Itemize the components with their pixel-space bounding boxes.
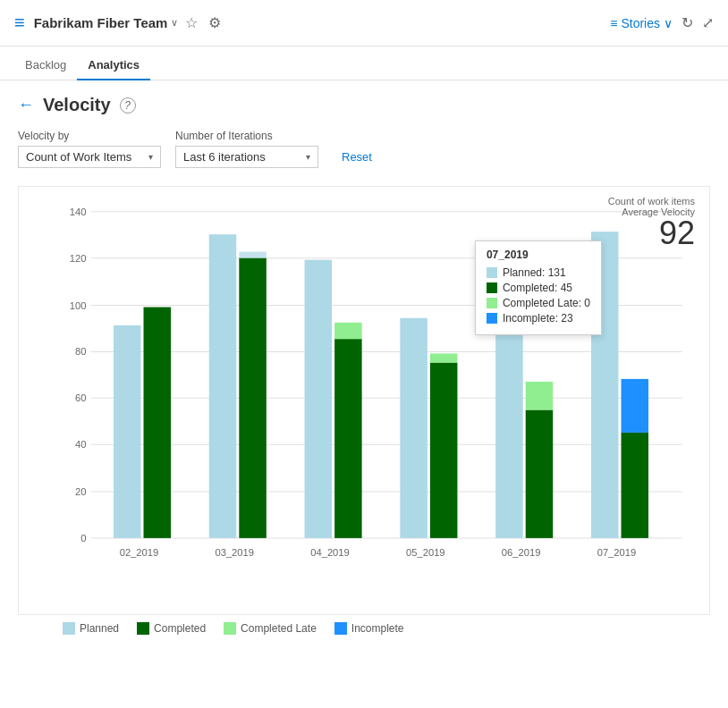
bar-02-completed[interactable]	[144, 308, 172, 538]
legend-completed-late: Completed Late	[224, 622, 317, 635]
tooltip-incomplete-color	[487, 313, 497, 324]
legend-planned-label: Planned	[80, 622, 119, 635]
svg-text:60: 60	[75, 392, 86, 403]
reset-button[interactable]: Reset	[333, 146, 381, 168]
bar-04-completed-late[interactable]	[334, 323, 362, 339]
tooltip-planned-label: Planned: 131	[503, 266, 566, 279]
bar-04-planned[interactable]	[305, 260, 333, 538]
bar-06-planned[interactable]	[495, 325, 523, 538]
stories-button[interactable]: ≡ Stories ∨	[610, 16, 673, 30]
legend-completed-late-color	[224, 622, 236, 635]
bar-06-completed-late[interactable]	[526, 382, 554, 410]
svg-text:03_2019: 03_2019	[215, 547, 253, 558]
bar-07-completed[interactable]	[622, 433, 649, 538]
bar-05-completed[interactable]	[430, 363, 458, 538]
velocity-by-label: Velocity by	[18, 130, 161, 142]
help-icon[interactable]: ?	[120, 97, 136, 114]
header-right: ≡ Stories ∨ ↻ ⤢	[610, 14, 714, 31]
tab-analytics[interactable]: Analytics	[77, 51, 150, 80]
tooltip-completed-late-color	[487, 298, 497, 308]
svg-text:100: 100	[70, 300, 87, 311]
iterations-label: Number of Iterations	[175, 130, 318, 142]
expand-icon[interactable]: ⤢	[702, 14, 714, 31]
bar-03-planned[interactable]	[209, 234, 237, 538]
svg-text:02_2019: 02_2019	[120, 547, 159, 558]
chart-container: Count of work items Average Velocity 92 …	[18, 186, 710, 615]
bar-04-completed[interactable]	[334, 339, 362, 538]
refresh-icon[interactable]: ↻	[681, 14, 693, 31]
iterations-value: Last 6 iterations	[183, 150, 266, 164]
legend-incomplete-color	[334, 622, 347, 635]
tooltip-title: 07_2019	[487, 249, 590, 261]
svg-text:06_2019: 06_2019	[502, 547, 541, 558]
tooltip-completed-label: Completed: 45	[503, 282, 572, 294]
app-icon: ≡	[14, 13, 25, 33]
legend-incomplete: Incomplete	[334, 622, 404, 635]
svg-text:04_2019: 04_2019	[310, 547, 350, 558]
stories-chevron-icon: ∨	[664, 16, 673, 30]
chart-tooltip: 07_2019 Planned: 131 Completed: 45 Compl…	[475, 240, 602, 335]
page-title: Velocity	[43, 95, 111, 115]
legend-incomplete-label: Incomplete	[351, 622, 404, 635]
legend-completed: Completed	[137, 622, 206, 635]
tooltip-incomplete-label: Incomplete: 23	[503, 312, 573, 324]
bar-06-completed[interactable]	[526, 409, 554, 537]
filters: Velocity by Count of Work Items ▾ Number…	[18, 130, 710, 168]
back-button[interactable]: ←	[18, 96, 34, 114]
header-action-icons: ☆ ⚙	[185, 14, 221, 31]
bar-05-completed-late[interactable]	[430, 353, 458, 362]
bar-03-completed[interactable]	[239, 258, 267, 538]
svg-text:05_2019: 05_2019	[406, 547, 444, 558]
page-content: ← Velocity ? Velocity by Count of Work I…	[0, 80, 728, 649]
legend-completed-late-label: Completed Late	[241, 622, 317, 635]
svg-text:20: 20	[75, 486, 86, 497]
legend-completed-label: Completed	[154, 622, 206, 635]
tooltip-completed-late-label: Completed Late: 0	[503, 297, 590, 309]
svg-text:07_2019: 07_2019	[597, 547, 637, 558]
chart-summary-value: 92	[608, 217, 695, 249]
velocity-chart: 0 20 40 60 80 100 120 140 02_2019 03_201…	[63, 196, 700, 571]
bar-02-planned[interactable]	[114, 325, 141, 538]
velocity-by-filter: Velocity by Count of Work Items ▾	[18, 130, 161, 168]
bar-07-incomplete[interactable]	[622, 379, 649, 433]
svg-text:40: 40	[75, 439, 86, 450]
svg-text:80: 80	[75, 346, 86, 357]
tooltip-completed: Completed: 45	[487, 282, 590, 294]
nav-tabs: Backlog Analytics	[0, 46, 728, 80]
bar-03-extra	[239, 252, 267, 258]
iterations-chevron-icon: ▾	[306, 152, 310, 162]
favorite-icon[interactable]: ☆	[185, 14, 198, 31]
team-name: Fabrikam Fiber Team	[34, 15, 168, 30]
chart-summary-label1: Count of work items	[608, 196, 695, 206]
members-icon[interactable]: ⚙	[208, 14, 221, 31]
legend-planned-color	[63, 622, 75, 635]
tooltip-planned-color	[487, 267, 497, 278]
tooltip-planned: Planned: 131	[487, 266, 590, 279]
legend-planned: Planned	[63, 622, 119, 635]
legend-completed-color	[137, 622, 149, 635]
bar-05-planned[interactable]	[400, 318, 427, 538]
velocity-by-select[interactable]: Count of Work Items ▾	[18, 146, 161, 168]
iterations-select[interactable]: Last 6 iterations ▾	[175, 146, 318, 168]
svg-text:120: 120	[70, 253, 87, 264]
chart-legend: Planned Completed Completed Late Incompl…	[18, 622, 710, 635]
stories-icon: ≡	[610, 16, 617, 30]
header: ≡ Fabrikam Fiber Team ∨ ☆ ⚙ ≡ Stories ∨ …	[0, 0, 728, 46]
chart-summary: Count of work items Average Velocity 92	[608, 196, 695, 249]
page-header: ← Velocity ?	[18, 95, 710, 115]
velocity-by-chevron-icon: ▾	[148, 152, 153, 162]
team-chevron-icon[interactable]: ∨	[171, 17, 178, 29]
iterations-filter: Number of Iterations Last 6 iterations ▾	[175, 130, 318, 168]
tooltip-completed-color	[487, 282, 497, 293]
svg-text:0: 0	[80, 533, 86, 544]
stories-label: Stories	[621, 16, 660, 30]
svg-text:140: 140	[70, 206, 87, 217]
tooltip-incomplete: Incomplete: 23	[487, 312, 590, 324]
tooltip-completed-late: Completed Late: 0	[487, 297, 590, 309]
velocity-by-value: Count of Work Items	[26, 150, 131, 164]
tab-backlog[interactable]: Backlog	[14, 51, 77, 80]
